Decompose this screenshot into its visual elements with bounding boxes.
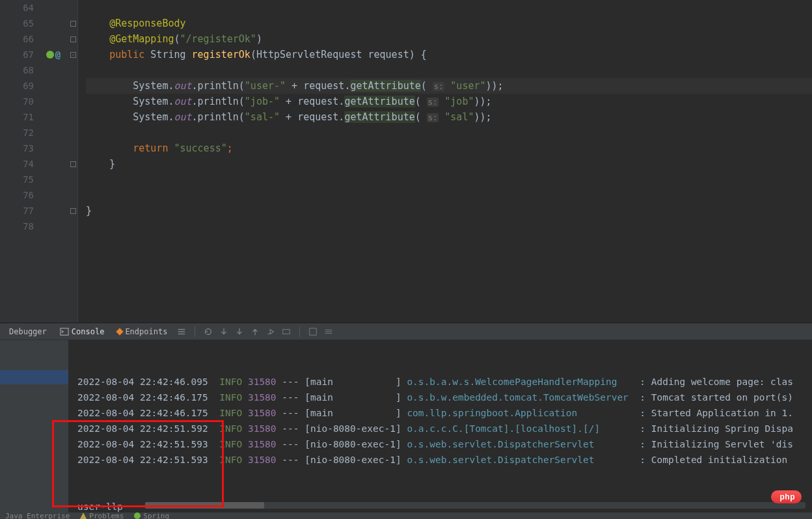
svg-rect-0 bbox=[61, 328, 68, 335]
line-number: 78 bbox=[0, 219, 34, 234]
string-literal: "user" bbox=[450, 80, 485, 92]
down2-icon[interactable] bbox=[234, 326, 245, 337]
line-number: 66 bbox=[0, 31, 34, 47]
settings-icon[interactable] bbox=[323, 326, 334, 337]
log-line: 2022-08-04 22:42:46.175 INFO 31580 --- [… bbox=[77, 390, 812, 405]
code-text[interactable]: @ResponseBody @GetMapping("/registerOk")… bbox=[78, 0, 812, 323]
method-call: println bbox=[198, 111, 239, 123]
status-spring[interactable]: Spring bbox=[134, 512, 169, 520]
tab-label: Debugger bbox=[9, 327, 47, 336]
string-literal: "job" bbox=[444, 96, 474, 107]
variable: request bbox=[303, 80, 344, 92]
variable: request bbox=[297, 111, 338, 123]
fold-handle-icon[interactable] bbox=[70, 21, 76, 27]
line-number: 77 bbox=[0, 203, 34, 219]
down-icon[interactable] bbox=[219, 326, 229, 337]
code-editor[interactable]: 64 65 66 67 68 69 70 71 72 73 74 75 76 7… bbox=[0, 0, 812, 323]
parameter-hint: s: bbox=[433, 82, 444, 91]
fold-toggle-icon[interactable]: - bbox=[70, 52, 76, 58]
keyword: public bbox=[109, 49, 144, 60]
line-number: 74 bbox=[0, 156, 34, 172]
line-number: 67 bbox=[0, 47, 34, 62]
step-icon[interactable] bbox=[265, 326, 276, 337]
string-literal: "/registerOk" bbox=[180, 33, 256, 45]
line-number: 73 bbox=[0, 140, 34, 156]
fold-handle-icon[interactable] bbox=[70, 161, 76, 167]
fold-handle-icon[interactable] bbox=[70, 208, 76, 214]
spring-icon bbox=[134, 512, 141, 519]
variable: request bbox=[297, 96, 338, 107]
class-ref: System bbox=[133, 80, 168, 92]
class-ref: System bbox=[133, 111, 168, 123]
parameter: request bbox=[368, 49, 409, 60]
type: String bbox=[150, 49, 185, 60]
frame-icon[interactable] bbox=[281, 326, 291, 337]
field-ref: out bbox=[174, 96, 191, 107]
status-java-enterprise[interactable]: Java Enterprise bbox=[5, 512, 70, 520]
log-line: 2022-08-04 22:42:46.095 INFO 31580 --- [… bbox=[77, 374, 812, 390]
parameter-hint: s: bbox=[427, 113, 439, 122]
keyword: return bbox=[133, 142, 168, 154]
mapping-icon[interactable]: @ bbox=[55, 49, 61, 60]
method-name: registerOk bbox=[192, 49, 250, 60]
debug-toolbar: Debugger Console Endpoints bbox=[0, 323, 812, 340]
annotation: @GetMapping bbox=[109, 33, 174, 45]
field-ref: out bbox=[174, 111, 191, 123]
line-number: 70 bbox=[0, 94, 34, 109]
method-call: getAttribute bbox=[344, 96, 414, 107]
method-call: println bbox=[198, 96, 239, 107]
line-number: 68 bbox=[0, 62, 34, 78]
annotation: @ResponseBody bbox=[109, 18, 185, 29]
warning-icon bbox=[80, 512, 87, 519]
up-icon[interactable] bbox=[250, 326, 260, 337]
line-number: 64 bbox=[0, 0, 34, 16]
status-bar: Java Enterprise Problems Spring bbox=[0, 512, 812, 519]
line-number: 69 bbox=[0, 78, 34, 94]
line-number: 72 bbox=[0, 125, 34, 140]
endpoints-icon bbox=[116, 328, 124, 335]
rerun-icon[interactable] bbox=[203, 326, 213, 337]
log-line: 2022-08-04 22:42:51.592 INFO 31580 --- [… bbox=[77, 421, 812, 436]
line-number: 76 bbox=[0, 187, 34, 203]
line-number: 65 bbox=[0, 16, 34, 31]
type: HttpServletRequest bbox=[256, 49, 362, 60]
breakpoint-highlight[interactable] bbox=[0, 370, 68, 384]
line-number: 71 bbox=[0, 109, 34, 125]
console-body: 2022-08-04 22:42:46.095 INFO 31580 --- [… bbox=[0, 340, 812, 512]
string-literal: "sal" bbox=[444, 111, 474, 123]
method-call: getAttribute bbox=[344, 111, 414, 123]
tab-label: Endpoints bbox=[125, 327, 167, 336]
string-literal: "user-" bbox=[245, 80, 286, 92]
method-call: getAttribute bbox=[350, 80, 420, 92]
horizontal-scrollbar[interactable] bbox=[145, 502, 805, 509]
scrollbar-thumb[interactable] bbox=[145, 502, 264, 509]
status-problems[interactable]: Problems bbox=[80, 512, 124, 520]
evaluate-icon[interactable] bbox=[308, 326, 318, 337]
field-ref: out bbox=[174, 80, 191, 92]
spring-bean-icon[interactable] bbox=[46, 51, 54, 59]
parameter-hint: s: bbox=[427, 98, 439, 107]
class-ref: System bbox=[133, 96, 168, 107]
tab-console[interactable]: Console bbox=[56, 327, 109, 336]
log-line: 2022-08-04 22:42:51.593 INFO 31580 --- [… bbox=[77, 436, 812, 452]
svg-rect-2 bbox=[310, 328, 317, 335]
php-watermark-badge: php bbox=[771, 490, 802, 503]
console-gutter bbox=[0, 340, 68, 512]
string-literal: "success" bbox=[174, 142, 226, 154]
string-literal: "sal-" bbox=[245, 111, 280, 123]
tab-endpoints[interactable]: Endpoints bbox=[113, 327, 171, 336]
svg-rect-1 bbox=[283, 329, 290, 334]
log-line: 2022-08-04 22:42:51.593 INFO 31580 --- [… bbox=[77, 452, 812, 468]
debug-panel: Debugger Console Endpoints 2022-08-04 22… bbox=[0, 323, 812, 512]
string-literal: "job-" bbox=[245, 96, 280, 107]
more-icon[interactable] bbox=[176, 326, 187, 337]
fold-column: - bbox=[69, 0, 78, 323]
console-output[interactable]: 2022-08-04 22:42:46.095 INFO 31580 --- [… bbox=[68, 340, 812, 512]
tab-debugger[interactable]: Debugger bbox=[5, 327, 51, 336]
fold-handle-icon[interactable] bbox=[70, 36, 76, 42]
console-icon bbox=[60, 327, 69, 336]
line-number-gutter: 64 65 66 67 68 69 70 71 72 73 74 75 76 7… bbox=[0, 0, 38, 323]
log-line: 2022-08-04 22:42:46.175 INFO 31580 --- [… bbox=[77, 405, 812, 421]
gutter-icon-column: @ bbox=[38, 0, 69, 323]
tab-label: Console bbox=[72, 327, 105, 336]
